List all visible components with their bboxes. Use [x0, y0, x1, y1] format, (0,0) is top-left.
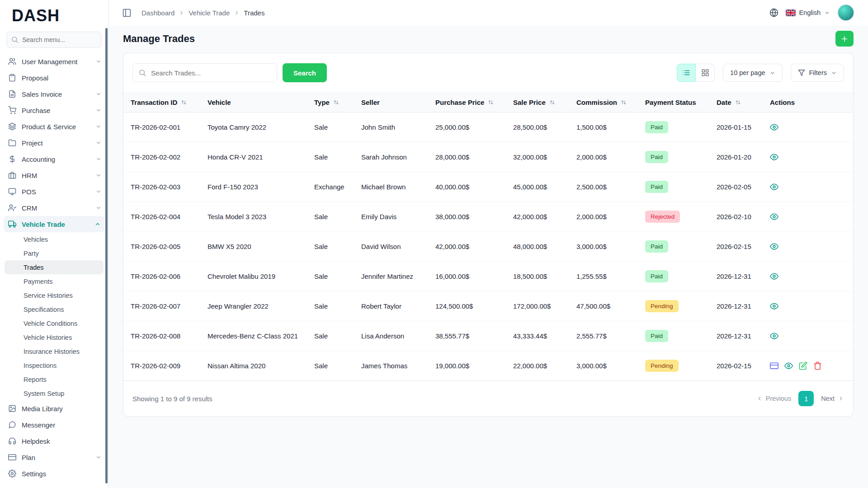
sidebar-item[interactable]: Proposal: [0, 70, 108, 86]
table-row: TR-2026-02-003 Ford F-150 2023 Exchange …: [123, 172, 853, 202]
cell-purchase-price: 19,000.00$: [428, 351, 506, 381]
eye-icon[interactable]: [770, 242, 778, 251]
sidebar-item-label: Proposal: [22, 74, 90, 82]
sort-icon[interactable]: [487, 99, 494, 106]
table-row: TR-2026-02-008 Mercedes-Benz C-Class 202…: [123, 321, 853, 351]
edit-icon[interactable]: [799, 361, 807, 370]
cell-commission: 1,255.55$: [569, 262, 638, 291]
breadcrumb-item[interactable]: Vehicle Trade: [189, 9, 240, 17]
chevron-left-icon: [756, 395, 763, 402]
cell-vehicle: Chevrolet Malibu 2019: [200, 262, 307, 291]
cell-commission: 2,555.77$: [569, 321, 638, 351]
eye-icon[interactable]: [770, 302, 778, 310]
cell-seller: James Thomas: [354, 351, 428, 381]
sort-icon[interactable]: [180, 99, 187, 106]
table-row: TR-2026-02-004 Tesla Model 3 2023 Sale E…: [123, 202, 853, 232]
sidebar-item[interactable]: Helpdesk: [0, 433, 108, 449]
cell-date: 2026-02-05: [709, 172, 763, 202]
add-trade-button[interactable]: [835, 31, 854, 47]
table-row: TR-2026-02-006 Chevrolet Malibu 2019 Sal…: [123, 262, 853, 291]
breadcrumb-item[interactable]: Dashboard: [142, 9, 184, 17]
filters-button[interactable]: Filters: [791, 64, 844, 82]
sidebar-item[interactable]: User Management: [0, 53, 108, 70]
per-page-select[interactable]: 10 per page: [723, 64, 782, 82]
credit-card-icon[interactable]: [770, 361, 778, 370]
submenu-item[interactable]: Vehicles: [5, 232, 104, 246]
cell-commission: 1,500.00$: [569, 113, 638, 142]
sort-icon[interactable]: [333, 99, 340, 106]
submenu-item[interactable]: System Setup: [5, 386, 104, 400]
sidebar-item[interactable]: Settings: [0, 465, 108, 482]
sort-icon[interactable]: [549, 99, 556, 106]
globe-icon[interactable]: [769, 8, 778, 17]
cell-type: Sale: [307, 142, 354, 172]
submenu-item[interactable]: Trades: [5, 260, 104, 274]
trash-icon[interactable]: [813, 361, 822, 370]
chevron-icon: [95, 405, 102, 412]
chevron-icon: [95, 91, 102, 97]
eye-icon[interactable]: [770, 183, 778, 191]
menu-search-input[interactable]: [6, 32, 102, 48]
sidebar-item[interactable]: POS: [0, 183, 108, 200]
header-row: Transaction ID Vehicle: [123, 93, 853, 113]
users-icon: [8, 57, 16, 66]
submenu-item[interactable]: Payments: [5, 274, 104, 288]
breadcrumb-item[interactable]: Trades: [244, 9, 264, 17]
cell-date: 2026-02-15: [709, 351, 763, 381]
table-row: TR-2026-02-009 Nissan Altima 2020 Sale J…: [123, 351, 853, 381]
grid-view-button[interactable]: [696, 64, 715, 82]
submenu-item[interactable]: Vehicle Conditions: [5, 316, 104, 330]
language-selector[interactable]: English: [786, 9, 830, 16]
sidebar-item[interactable]: Media Library: [0, 400, 108, 417]
sidebar-item[interactable]: Project: [0, 135, 108, 151]
sidebar-item[interactable]: Plan: [0, 449, 108, 465]
submenu-item[interactable]: Inspections: [5, 358, 104, 372]
cell-sale-price: 42,000.00$: [506, 202, 569, 232]
breadcrumb-label: Dashboard: [142, 9, 175, 17]
page-1-button[interactable]: 1: [798, 391, 814, 406]
eye-icon[interactable]: [770, 332, 778, 340]
pagination: Previous 1 Next: [756, 391, 844, 406]
submenu-item[interactable]: Reports: [5, 372, 104, 386]
sidebar-item[interactable]: Accounting: [0, 151, 108, 167]
eye-icon[interactable]: [770, 153, 778, 161]
next-page-button[interactable]: Next: [821, 395, 844, 402]
sidebar-item[interactable]: Product & Service: [0, 118, 108, 135]
settings-icon: [8, 469, 16, 478]
status-badge: Paid: [645, 270, 668, 282]
sidebar-item[interactable]: Sales Invoice: [0, 86, 108, 102]
sidebar-toggle-icon[interactable]: [122, 8, 132, 18]
eye-icon[interactable]: [770, 123, 778, 131]
breadcrumb-separator-icon: [234, 10, 240, 16]
eye-icon[interactable]: [784, 361, 793, 370]
sidebar-item[interactable]: Messenger: [0, 417, 108, 433]
sidebar-item-label: Product & Service: [22, 123, 90, 131]
trades-search-input[interactable]: [132, 63, 277, 82]
previous-page-button[interactable]: Previous: [756, 395, 791, 402]
sidebar-item[interactable]: Purchase: [0, 102, 108, 118]
submenu-item[interactable]: Vehicle Histories: [5, 330, 104, 344]
app-logo[interactable]: DASH: [12, 6, 60, 25]
submenu-item[interactable]: Party: [5, 246, 104, 260]
filters-label: Filters: [809, 69, 827, 76]
submenu-item-label: Vehicles: [24, 236, 48, 243]
sidebar-scrollbar[interactable]: [105, 28, 108, 483]
eye-icon[interactable]: [770, 212, 778, 221]
eye-icon[interactable]: [770, 272, 778, 281]
sort-icon[interactable]: [735, 99, 741, 106]
list-view-button[interactable]: [677, 64, 696, 82]
user-avatar[interactable]: [837, 4, 854, 21]
search-button[interactable]: Search: [283, 63, 327, 82]
status-badge: Paid: [645, 240, 668, 253]
chevron-down-icon: [824, 10, 830, 16]
results-summary: Showing 1 to 9 of 9 results: [132, 395, 212, 403]
submenu-item[interactable]: Specifications: [5, 302, 104, 316]
cell-payment-status: Paid: [638, 172, 709, 202]
sidebar-item[interactable]: HRM: [0, 167, 108, 183]
cell-seller: Sarah Johnson: [354, 142, 428, 172]
sort-icon[interactable]: [620, 99, 627, 106]
sidebar-item-vehicle-trade[interactable]: Vehicle Trade: [4, 216, 104, 232]
sidebar-item[interactable]: CRM: [0, 200, 108, 216]
submenu-item[interactable]: Insurance Histories: [5, 344, 104, 358]
submenu-item[interactable]: Service Histories: [5, 288, 104, 302]
